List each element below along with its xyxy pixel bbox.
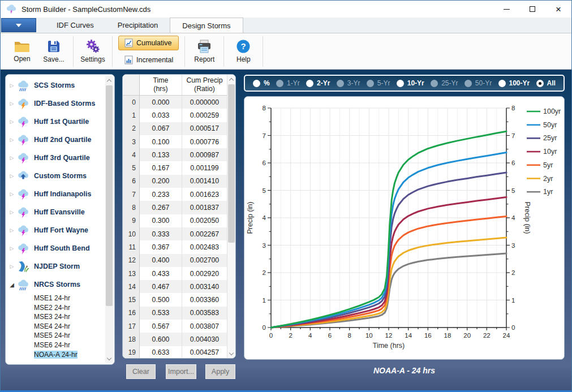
legend-entry-50yr: 50yr bbox=[527, 121, 557, 129]
time-cell: 0.333 bbox=[140, 227, 182, 240]
tree-child-mse1-24-hr[interactable]: MSE1 24-hr bbox=[34, 294, 104, 303]
apply-button[interactable]: Apply bbox=[205, 364, 235, 379]
expand-arrow-icon[interactable]: ▷ bbox=[8, 227, 16, 233]
tree-item-njdep-storm[interactable]: ▷ NJDEP Storm bbox=[8, 257, 104, 275]
svg-text:6: 6 bbox=[328, 332, 332, 339]
tree-child-mse5-24-hr[interactable]: MSE5 24-hr bbox=[34, 331, 104, 341]
radio-option-[interactable]: % bbox=[253, 79, 270, 87]
tree-child-mse2-24-hr[interactable]: MSE2 24-hr bbox=[34, 303, 104, 313]
help-button[interactable]: ? Help bbox=[227, 35, 259, 68]
svg-text:7: 7 bbox=[263, 132, 266, 139]
radio-circle-icon[interactable] bbox=[498, 80, 506, 87]
expand-arrow-icon[interactable]: ▷ bbox=[8, 173, 16, 179]
radio-circle-icon[interactable] bbox=[536, 80, 544, 87]
cumulative-toggle-button[interactable]: Cumulative bbox=[118, 36, 179, 50]
tree-item-scs-storms[interactable]: ▷ SCS Storms bbox=[8, 76, 104, 94]
clear-button[interactable]: Clear bbox=[126, 364, 156, 379]
table-row: 4 0.133 0.000987 bbox=[123, 148, 227, 161]
radio-option-2-yr[interactable]: 2-Yr bbox=[306, 79, 330, 87]
tab-precipitation[interactable]: Precipitation bbox=[106, 18, 170, 33]
tree-item-idf-based-storms[interactable]: ▷ IDF-Based Storms bbox=[8, 94, 104, 113]
radio-circle-icon[interactable] bbox=[253, 80, 260, 87]
close-button[interactable]: × bbox=[545, 1, 571, 18]
radio-label: 5-Yr bbox=[377, 79, 390, 87]
settings-button[interactable]: Settings bbox=[77, 35, 109, 68]
storm-tree-panel: ▷ SCS Storms ▷ IDF-Based Storms ▷ Huff 1… bbox=[5, 74, 115, 365]
radio-option-100-yr[interactable]: 100-Yr bbox=[498, 79, 530, 87]
tree-child-noaa-a-24-hr[interactable]: NOAA-A 24-hr bbox=[34, 350, 104, 360]
tab-design-storms[interactable]: Design Storms bbox=[170, 18, 243, 33]
scroll-up-arrow-icon[interactable] bbox=[105, 76, 113, 84]
table-scrollbar[interactable] bbox=[227, 75, 235, 358]
tree-item-huff-evansville[interactable]: ▷ Huff Evansville bbox=[8, 203, 104, 221]
sidebar-scrollbar[interactable] bbox=[105, 76, 113, 363]
open-button[interactable]: Open bbox=[6, 35, 38, 68]
scroll-down-arrow-icon[interactable] bbox=[227, 350, 235, 357]
tree-item-huff-south-bend[interactable]: ▷ Huff South Bend bbox=[8, 239, 104, 257]
tree-item-huff-2nd-quartile[interactable]: ▷ Huff 2nd Quartile bbox=[8, 131, 104, 149]
lightning-magenta-icon bbox=[16, 206, 31, 218]
svg-text:1: 1 bbox=[263, 297, 266, 304]
tab-idf-curves[interactable]: IDF Curves bbox=[45, 18, 106, 33]
svg-text:4: 4 bbox=[308, 332, 312, 339]
radio-circle-icon[interactable] bbox=[397, 80, 404, 87]
radio-option-all[interactable]: All bbox=[536, 79, 556, 87]
radio-circle-icon[interactable] bbox=[306, 80, 313, 87]
tree-child-mse6-24-hr[interactable]: MSE6 24-hr bbox=[34, 341, 104, 350]
svg-text:0: 0 bbox=[511, 324, 515, 331]
incremental-toggle-button[interactable]: Incremental bbox=[118, 53, 179, 67]
scrollbar-thumb[interactable] bbox=[228, 84, 235, 243]
table-row: 14 0.467 0.003140 bbox=[123, 280, 227, 293]
tree-child-label: MSE6 24-hr bbox=[34, 341, 70, 349]
tree-item-label: Huff Evansville bbox=[34, 208, 85, 216]
tree-child-mse4-24-hr[interactable]: MSE4 24-hr bbox=[34, 322, 104, 331]
lightning-magenta-icon bbox=[16, 242, 31, 255]
tree-item-custom-storms[interactable]: ▷ Custom Storms bbox=[8, 167, 104, 185]
expand-arrow-icon[interactable]: ▷ bbox=[8, 191, 16, 197]
svg-text:3: 3 bbox=[511, 242, 515, 249]
report-button[interactable]: Report bbox=[188, 35, 220, 68]
expand-arrow-icon[interactable]: ▷ bbox=[8, 101, 16, 106]
scroll-down-arrow-icon[interactable] bbox=[105, 355, 113, 363]
tree-item-huff-fort-wayne[interactable]: ▷ Huff Fort Wayne bbox=[8, 221, 104, 239]
radio-circle-icon bbox=[465, 80, 472, 87]
scroll-up-arrow-icon[interactable] bbox=[227, 75, 235, 83]
tree-child-mse3-24-hr[interactable]: MSE3 24-hr bbox=[34, 312, 104, 322]
tree-item-nrcs-storms[interactable]: ◢ NRCS Storms bbox=[8, 275, 104, 294]
file-menu-button[interactable] bbox=[1, 18, 36, 32]
collapse-arrow-icon[interactable]: ◢ bbox=[8, 282, 16, 288]
table-row: 6 0.200 0.001410 bbox=[123, 175, 227, 188]
svg-text:7: 7 bbox=[511, 132, 515, 139]
radio-option-10-yr[interactable]: 10-Yr bbox=[397, 79, 424, 87]
row-index-cell: 11 bbox=[123, 240, 140, 253]
tree-item-label: Custom Storms bbox=[34, 172, 87, 180]
table-row: 19 0.633 0.004257 bbox=[123, 346, 227, 359]
tree-item-huff-1st-quartile[interactable]: ▷ Huff 1st Quartile bbox=[8, 113, 104, 131]
expand-arrow-icon[interactable]: ▷ bbox=[8, 264, 16, 269]
expand-arrow-icon[interactable]: ▷ bbox=[8, 155, 16, 161]
tree-item-label: Huff Indianapolis bbox=[34, 190, 91, 198]
expand-arrow-icon[interactable]: ▷ bbox=[8, 209, 16, 215]
row-index-cell: 9 bbox=[123, 214, 140, 227]
minimize-button[interactable] bbox=[493, 1, 519, 18]
time-cell: 0.533 bbox=[140, 307, 182, 320]
svg-text:50yr: 50yr bbox=[543, 121, 557, 129]
radio-circle-icon bbox=[431, 80, 438, 87]
scrollbar-thumb[interactable] bbox=[106, 85, 113, 306]
save-button[interactable]: Save... bbox=[38, 35, 70, 68]
cum-precip-cell: 0.004257 bbox=[182, 346, 227, 359]
expand-arrow-icon[interactable]: ▷ bbox=[8, 245, 16, 251]
radio-circle-icon bbox=[367, 80, 374, 87]
expand-arrow-icon[interactable]: ▷ bbox=[8, 137, 16, 143]
import-button[interactable]: Import... bbox=[166, 364, 196, 379]
tree-item-huff-indianapolis[interactable]: ▷ Huff Indianapolis bbox=[8, 185, 104, 203]
tree-child-label: MSE2 24-hr bbox=[34, 304, 70, 312]
row-index-cell: 6 bbox=[123, 175, 140, 188]
svg-text:0: 0 bbox=[269, 332, 273, 339]
row-index-cell: 2 bbox=[123, 122, 140, 135]
lightning-magenta-icon bbox=[16, 152, 31, 164]
tree-item-huff-3rd-quartile[interactable]: ▷ Huff 3rd Quartile bbox=[8, 149, 104, 167]
expand-arrow-icon[interactable]: ▷ bbox=[8, 83, 16, 88]
maximize-button[interactable] bbox=[519, 1, 545, 18]
expand-arrow-icon[interactable]: ▷ bbox=[8, 119, 16, 124]
